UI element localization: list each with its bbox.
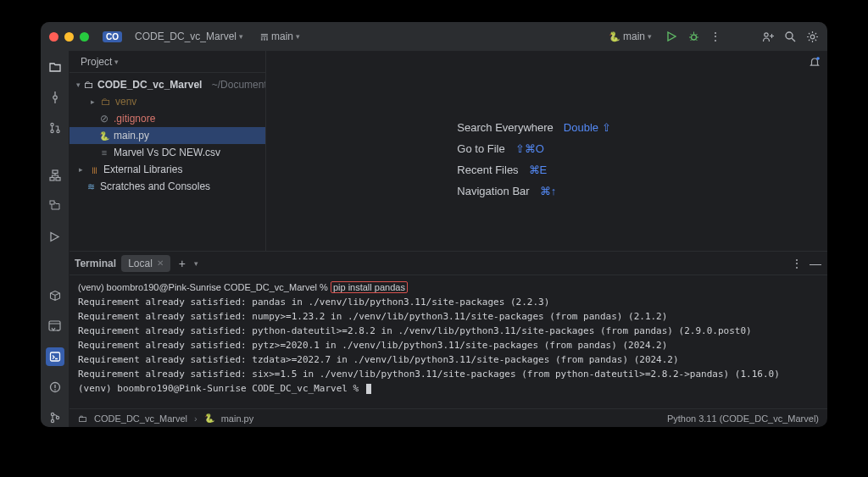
right-tool-rail — [802, 51, 827, 251]
tree-mainpy[interactable]: 🐍 main.py — [70, 127, 265, 144]
terminal-tab-local[interactable]: Local ✕ — [121, 255, 170, 272]
ide-window: CO CODE_DC_vc_Marvel ▾ 𝌎 main ▾ 🐍 main ▾… — [41, 22, 827, 427]
terminal-output[interactable]: (venv) boombro190@Pink-Sunrise CODE_DC_v… — [70, 275, 827, 408]
run-config-selector[interactable]: 🐍 main ▾ — [604, 29, 656, 44]
editor-area: Search EverywhereDouble ⇧Go to File⇧⌘ORe… — [266, 51, 802, 251]
terminal-options-icon[interactable]: ⋮ — [790, 257, 804, 270]
interpreter-label[interactable]: Python 3.11 (CODE_DC_vc_Marvel) — [667, 413, 819, 424]
chevron-right-icon: ▸ — [76, 165, 85, 174]
notifications-icon[interactable] — [809, 56, 821, 68]
search-everywhere-icon[interactable] — [783, 30, 797, 43]
tree-root-path: ~/Documents/ — [212, 79, 266, 91]
highlighted-command: pip install pandas — [331, 281, 408, 293]
branch-icon: 𝌎 — [260, 31, 269, 42]
folder-icon: 🗀 — [78, 413, 87, 424]
python-file-icon: 🐍 — [204, 413, 214, 423]
tree-item-label: Marvel Vs DC NEW.csv — [114, 147, 220, 158]
welcome-label: Go to File — [457, 142, 504, 155]
vcs-branch-selector[interactable]: 𝌎 main ▾ — [256, 29, 304, 44]
terminal-tabs: Terminal Local ✕ + ▾ ⋮ — — [70, 252, 827, 275]
welcome-shortcut: ⌘↑ — [540, 185, 557, 197]
welcome-label: Search Everywhere — [457, 121, 553, 134]
svg-point-40 — [816, 57, 820, 60]
welcome-label: Recent Files — [457, 164, 518, 176]
terminal-tab-label: Local — [128, 258, 153, 269]
maximize-window-button[interactable] — [80, 32, 89, 42]
pull-requests-tool-icon[interactable] — [46, 119, 64, 137]
hide-terminal-button[interactable]: — — [809, 257, 822, 270]
welcome-row: Recent Files⌘E — [457, 164, 610, 176]
close-icon[interactable]: ✕ — [157, 258, 164, 268]
project-selector[interactable]: CODE_DC_vc_Marvel ▾ — [131, 29, 248, 44]
debug-button[interactable] — [687, 30, 700, 43]
left-tool-rail — [41, 51, 70, 427]
vcs-tool-icon[interactable] — [46, 408, 64, 427]
welcome-row: Navigation Bar⌘↑ — [457, 185, 610, 197]
svg-point-37 — [51, 413, 53, 415]
project-header: Project▾ — [70, 51, 265, 73]
terminal-title: Terminal — [75, 258, 116, 269]
more-actions-button[interactable]: ⋮ — [709, 30, 722, 43]
tree-scratches[interactable]: ≋ Scratches and Consoles — [70, 178, 265, 195]
chevron-down-icon: ▾ — [648, 32, 652, 41]
run-config-name: main — [623, 31, 645, 42]
folder-icon: 🗀 — [84, 79, 94, 91]
welcome-row: Search EverywhereDouble ⇧ — [457, 121, 610, 134]
project-tool-icon[interactable] — [46, 58, 64, 76]
svg-line-21 — [815, 33, 815, 34]
tree-csv[interactable]: ≡ Marvel Vs DC NEW.csv — [70, 144, 265, 161]
svg-point-27 — [56, 130, 58, 132]
file-icon: ≡ — [98, 147, 110, 158]
svg-rect-28 — [53, 170, 58, 174]
tree-venv[interactable]: ▸ 🗀 venv — [70, 93, 265, 110]
svg-point-13 — [810, 35, 815, 39]
settings-icon[interactable] — [805, 30, 819, 43]
svg-line-12 — [792, 38, 795, 42]
branch-name: main — [271, 31, 293, 42]
svg-point-8 — [764, 32, 767, 36]
project-name: CODE_DC_vc_Marvel — [135, 31, 236, 42]
welcome-shortcut: ⇧⌘O — [515, 142, 544, 155]
tree-item-label: External Libraries — [103, 164, 182, 175]
chevron-down-icon: ▾ — [296, 32, 300, 41]
welcome-label: Navigation Bar — [457, 185, 529, 197]
chevron-right-icon: ▸ — [88, 97, 97, 106]
commit-tool-icon[interactable] — [46, 88, 64, 107]
library-icon: ⫼ — [88, 164, 100, 175]
tree-item-label: .gitignore — [114, 113, 155, 125]
run-button[interactable] — [665, 30, 678, 43]
svg-rect-30 — [56, 178, 60, 181]
project-view-selector[interactable]: Project▾ — [76, 54, 123, 69]
tree-root[interactable]: ▾ 🗀 CODE_DC_vc_Marvel ~/Documents/ — [70, 76, 265, 93]
tree-item-label: main.py — [114, 130, 149, 141]
status-bar: 🗀 CODE_DC_vc_Marvel › 🐍 main.py Python 3… — [70, 408, 827, 427]
run-tool-icon[interactable] — [46, 227, 64, 246]
terminal-panel: Terminal Local ✕ + ▾ ⋮ — (venv) boombro1… — [70, 251, 827, 408]
svg-line-7 — [696, 39, 698, 41]
new-terminal-button[interactable]: + — [175, 257, 189, 270]
structure-tool-icon[interactable] — [46, 166, 64, 185]
code-with-me-icon[interactable] — [761, 30, 775, 43]
python-file-icon: 🐍 — [98, 131, 110, 141]
problems-tool-icon[interactable] — [46, 378, 64, 397]
svg-rect-33 — [50, 352, 59, 361]
svg-line-18 — [809, 33, 810, 34]
breadcrumb-file[interactable]: main.py — [221, 413, 254, 424]
svg-rect-29 — [50, 178, 54, 181]
tree-external-libs[interactable]: ▸ ⫼ External Libraries — [70, 161, 265, 178]
breadcrumb-project[interactable]: CODE_DC_vc_Marvel — [94, 413, 187, 424]
welcome-row: Go to File⇧⌘O — [457, 142, 610, 155]
tree-gitignore[interactable]: ⊘ .gitignore — [70, 110, 265, 127]
services-tool-icon[interactable] — [46, 197, 64, 215]
chevron-down-icon[interactable]: ▾ — [194, 259, 198, 268]
close-window-button[interactable] — [49, 32, 58, 42]
folder-icon: 🗀 — [100, 96, 112, 108]
file-icon: ⊘ — [98, 113, 110, 125]
packages-tool-icon[interactable] — [46, 286, 64, 305]
minimize-window-button[interactable] — [64, 32, 74, 42]
python-console-tool-icon[interactable] — [46, 317, 64, 336]
titlebar: CO CODE_DC_vc_Marvel ▾ 𝌎 main ▾ 🐍 main ▾… — [41, 22, 827, 51]
terminal-tool-icon[interactable] — [46, 347, 64, 366]
svg-line-20 — [809, 39, 810, 40]
svg-line-4 — [690, 34, 692, 36]
